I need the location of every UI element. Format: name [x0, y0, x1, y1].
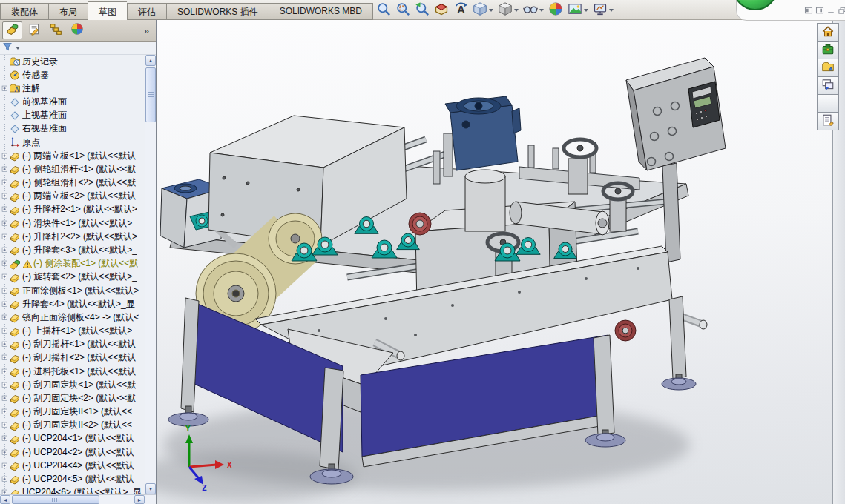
- expander-plus-icon[interactable]: [1, 327, 9, 335]
- tree-item[interactable]: 传感器: [0, 68, 145, 82]
- task-pane-solidworks-resources-button[interactable]: [817, 41, 839, 59]
- panel-tab-display-manager[interactable]: [67, 21, 87, 39]
- view-settings-button[interactable]: [591, 1, 615, 19]
- expander-plus-icon[interactable]: [1, 259, 9, 268]
- expander-plus-icon[interactable]: [1, 434, 9, 442]
- tree-item[interactable]: 升降套<4> (默认<<默认>_显: [0, 297, 145, 311]
- ribbon-tab-0[interactable]: 装配体: [0, 3, 48, 20]
- tree-item[interactable]: A注解: [0, 82, 145, 95]
- annotation-views-button[interactable]: A: [452, 1, 470, 19]
- expander-plus-icon[interactable]: [1, 205, 9, 213]
- tree-item[interactable]: (-) 滑块件<1> (默认<<默认>_: [0, 216, 145, 230]
- scroll-left-button[interactable]: ◄: [0, 495, 10, 504]
- tree-item[interactable]: (-) 两端立板<2> (默认<<默认: [0, 190, 145, 203]
- tree-item[interactable]: (-) 升降杆2<1> (默认<<默认>: [0, 203, 145, 216]
- tree-item[interactable]: 前视基准面: [0, 96, 145, 109]
- display-style-dropdown-caret[interactable]: [514, 9, 519, 12]
- expander-plus-icon[interactable]: [1, 368, 9, 376]
- tree-item[interactable]: 原点: [0, 136, 145, 149]
- tree-item[interactable]: (-) 旋转套<2> (默认<<默认>_: [0, 271, 145, 284]
- tree-item[interactable]: (-) 侧轮组滑杆<2> (默认<<默: [0, 176, 145, 190]
- tree-item[interactable]: 历史记录: [0, 55, 145, 68]
- restore-button[interactable]: [838, 6, 845, 15]
- apply-scene-dropdown-caret[interactable]: [584, 9, 588, 12]
- expander-plus-icon[interactable]: [1, 421, 9, 429]
- edit-appearance-button[interactable]: [547, 1, 565, 19]
- view-orientation-dropdown-caret[interactable]: [489, 9, 493, 12]
- view-orientation-button[interactable]: [471, 1, 495, 19]
- scroll-up-button[interactable]: ▲: [145, 55, 156, 66]
- expander-plus-icon[interactable]: [1, 408, 9, 416]
- expander-plus-icon[interactable]: [1, 84, 9, 93]
- tree-item[interactable]: (-) 刮刀固定块II<1> (默认<<: [0, 405, 145, 418]
- filter-dropdown-caret[interactable]: [16, 47, 20, 50]
- expander-plus-icon[interactable]: [1, 340, 9, 348]
- expander-plus-icon[interactable]: [1, 462, 9, 470]
- ribbon-tab-5[interactable]: SOLIDWORKS MBD: [269, 3, 373, 20]
- expander-plus-icon[interactable]: [1, 152, 9, 160]
- expander-plus-icon[interactable]: [1, 287, 9, 295]
- tree-item[interactable]: 正面涂侧板<1> (默认<<默认>: [0, 284, 145, 297]
- expander-plus-icon[interactable]: [1, 233, 9, 241]
- task-pane-file-explorer-button[interactable]: [817, 76, 839, 95]
- tree-item[interactable]: (-) 升降杆2<2> (默认<<默认>: [0, 230, 145, 243]
- expander-plus-icon[interactable]: [1, 475, 9, 483]
- collapse-right-button[interactable]: [815, 6, 824, 15]
- panel-more-button[interactable]: »: [144, 25, 154, 36]
- expander-plus-icon[interactable]: [1, 394, 9, 402]
- scroll-thumb[interactable]: [145, 67, 156, 122]
- expander-plus-icon[interactable]: [1, 165, 9, 173]
- ribbon-tab-4[interactable]: SOLIDWORKS 插件: [166, 3, 269, 20]
- scroll-right-button[interactable]: ►: [134, 495, 145, 504]
- tree-item[interactable]: (-) 刮刀摇杆<2> (默认<<默认: [0, 351, 145, 365]
- view-settings-dropdown-caret[interactable]: [609, 9, 614, 12]
- tree-item[interactable]: (-) 两端立板<1> (默认<<默认: [0, 149, 145, 162]
- tree-horizontal-scrollbar[interactable]: ◄ ►: [0, 494, 156, 504]
- ribbon-tab-2[interactable]: 草图: [88, 1, 127, 20]
- tree-item[interactable]: (-) UCP204<2> (默认<<默认: [0, 445, 145, 459]
- scroll-down-button[interactable]: ▼: [145, 483, 156, 494]
- ribbon-tab-3[interactable]: 评估: [127, 3, 166, 20]
- tree-item[interactable]: (-) UCP204<4> (默认<<默认: [0, 459, 145, 472]
- tree-item[interactable]: 上视基准面: [0, 109, 145, 122]
- panel-tab-featuremanager-tree[interactable]: [2, 21, 22, 39]
- expander-plus-icon[interactable]: [1, 219, 9, 228]
- ribbon-tab-1[interactable]: 布局: [48, 3, 88, 20]
- tree-vertical-scrollbar[interactable]: ▲ ▼: [145, 55, 156, 494]
- hscroll-thumb[interactable]: [12, 495, 99, 504]
- tree-item[interactable]: 右视基准面: [0, 122, 145, 136]
- tree-item[interactable]: (-) 进料托板<1> (默认<<默认: [0, 365, 145, 378]
- expander-plus-icon[interactable]: [1, 300, 9, 308]
- zoom-to-area-button[interactable]: [394, 1, 412, 19]
- minimize-button[interactable]: [826, 6, 835, 15]
- task-pane-custom-properties-button[interactable]: [817, 112, 839, 130]
- hide-show-items-button[interactable]: [522, 1, 545, 19]
- tree-item[interactable]: (-) 侧涂装配<1> (默认<<默: [0, 257, 145, 271]
- tree-item[interactable]: (-) 刮刀摇杆<1> (默认<<默认: [0, 338, 145, 351]
- task-pane-home-button[interactable]: [817, 23, 839, 42]
- panel-tab-configuration-manager[interactable]: [45, 21, 65, 39]
- display-style-button[interactable]: [496, 1, 520, 19]
- previous-view-button[interactable]: [413, 1, 431, 19]
- tree-item[interactable]: (-) 刮刀固定块<2> (默认<<默: [0, 391, 145, 405]
- task-pane-appearances-button[interactable]: [817, 94, 839, 113]
- tree-item[interactable]: (-) 刮刀固定块II<2> (默认<<: [0, 419, 145, 432]
- tree-item[interactable]: (-) 刮刀固定块<1> (默认<<默: [0, 378, 145, 391]
- expander-plus-icon[interactable]: [1, 273, 9, 281]
- hide-show-items-dropdown-caret[interactable]: [539, 9, 544, 12]
- expander-plus-icon[interactable]: [1, 179, 9, 187]
- expander-plus-icon[interactable]: [1, 448, 9, 457]
- expander-plus-icon[interactable]: [1, 381, 9, 389]
- expander-plus-icon[interactable]: [1, 314, 9, 322]
- tree-item[interactable]: (-) 升降套<3> (默认<<默认>_: [0, 243, 145, 256]
- task-pane-design-library-button[interactable]: [817, 59, 839, 77]
- tree-item[interactable]: (-) 上摇杆<1> (默认<<默认>: [0, 324, 145, 337]
- expander-plus-icon[interactable]: [1, 246, 9, 254]
- expander-plus-icon[interactable]: [1, 488, 9, 494]
- tree-item[interactable]: UCP204<6> (默认<<默认>_显: [0, 486, 145, 495]
- tree-item[interactable]: (-) UCP204<1> (默认<<默认: [0, 432, 145, 445]
- panel-tab-property-manager[interactable]: [24, 21, 44, 39]
- tree-item[interactable]: (-) UCP204<5> (默认<<默认: [0, 472, 145, 485]
- apply-scene-button[interactable]: [566, 1, 590, 19]
- tree-item[interactable]: 镜向正面涂侧板<4> -> (默认<: [0, 311, 145, 324]
